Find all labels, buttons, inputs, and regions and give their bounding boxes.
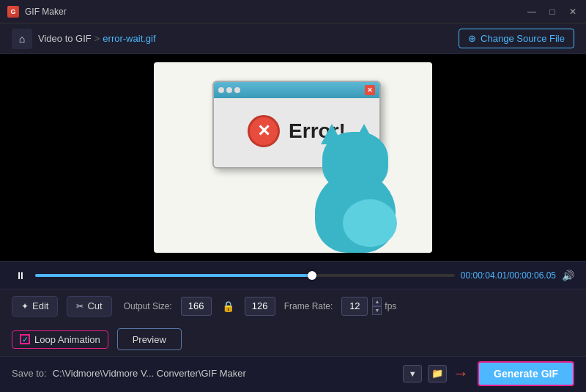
dialog-dots [218,87,240,93]
fps-down-button[interactable]: ▼ [372,306,382,315]
minimize-button[interactable]: — [526,7,538,17]
cat-character [300,136,410,253]
time-display: 00:00:04.01/00:00:06.05 [461,270,556,281]
preview-label: Preview [133,334,166,345]
error-circle-icon: ✕ [248,115,280,147]
folder-icon: 📁 [431,368,443,379]
gif-scene: ✕ ✕ Error! [154,62,432,253]
progress-thumb[interactable] [308,271,316,280]
edit-label: Edit [32,300,48,311]
preview-button[interactable]: Preview [117,328,182,350]
save-to-label: Save to: [12,368,47,379]
total-time: 00:00:06.05 [510,270,556,281]
save-bar: Save to: C:\Vidmore\Vidmore V... Convert… [0,356,586,390]
breadcrumb: Video to GIF > error-wait.gif [38,33,156,44]
edit-icon: ✦ [21,301,29,311]
dialog-title-bar: ✕ [214,82,379,98]
cut-button[interactable]: ✂ Cut [67,296,111,317]
fps-up-button[interactable]: ▲ [372,297,382,306]
fps-input[interactable] [341,297,368,316]
edit-button[interactable]: ✦ Edit [12,296,58,317]
breadcrumb-current: error-wait.gif [103,33,155,44]
app-icon: G [7,6,19,18]
home-button[interactable]: ⌂ [12,29,32,49]
output-size-label: Output Size: [124,301,172,311]
preview-area: ✕ ✕ Error! [0,54,586,261]
cat-belly [343,199,397,247]
frame-rate-label: Frame Rate: [284,301,333,311]
cut-label: Cut [87,300,102,311]
dropdown-icon: ▼ [409,369,417,378]
cut-icon: ✂ [76,301,84,311]
loop-checkbox-indicator: ✓ [20,334,30,344]
maximize-button[interactable]: □ [546,7,558,17]
loop-check-mark: ✓ [22,335,29,344]
breadcrumb-parent[interactable]: Video to GIF [38,33,92,44]
options-bar: ✦ Edit ✂ Cut Output Size: 🔒 Frame Rate: … [0,289,586,322]
home-icon: ⌂ [19,33,25,45]
dialog-dot-1 [218,87,224,93]
change-source-icon: ⊕ [468,33,476,44]
save-path-display: C:\Vidmore\Vidmore V... Converter\GIF Ma… [53,368,397,379]
controls-bar: ⏸ 00:00:04.01/00:00:06.05 🔊 [0,261,586,289]
cat-body [315,172,396,253]
window-controls: — □ ✕ [526,7,579,17]
loop-animation-checkbox[interactable]: ✓ Loop Animation [12,330,108,349]
height-input[interactable] [245,297,275,316]
change-source-button[interactable]: ⊕ Change Source File [459,29,574,48]
width-input[interactable] [181,297,212,316]
close-button[interactable]: ✕ [567,7,579,17]
nav-left: ⌂ Video to GIF > error-wait.gif [12,29,156,49]
fps-control: ▲ ▼ fps [341,297,396,316]
scene-background: ✕ ✕ Error! [154,62,432,253]
loop-animation-label: Loop Animation [34,334,100,345]
dialog-dot-2 [226,87,232,93]
save-dropdown-button[interactable]: ▼ [403,365,422,382]
volume-icon[interactable]: 🔊 [562,270,574,281]
title-bar-left: G GIF Maker [7,6,67,18]
app-title: GIF Maker [25,7,67,17]
generate-gif-button[interactable]: Generate GIF [478,361,574,386]
fps-unit-label: fps [385,301,396,311]
arrow-indicator: → [453,364,469,383]
play-pause-button[interactable]: ⏸ [12,267,29,284]
loop-options-bar: ✓ Loop Animation Preview [0,322,586,356]
play-pause-icon: ⏸ [15,270,26,281]
breadcrumb-separator: > [94,33,100,44]
change-source-label: Change Source File [481,33,565,44]
dialog-close-icon: ✕ [365,85,375,95]
open-folder-button[interactable]: 📁 [428,365,447,382]
lock-icon[interactable]: 🔒 [220,300,236,312]
progress-fill [35,274,312,277]
progress-bar[interactable] [35,274,455,277]
nav-bar: ⌂ Video to GIF > error-wait.gif ⊕ Change… [0,23,586,54]
title-bar: G GIF Maker — □ ✕ [0,0,586,23]
generate-gif-label: Generate GIF [494,368,558,380]
dialog-dot-3 [234,87,240,93]
current-time: 00:00:04.01 [461,270,507,281]
fps-arrows: ▲ ▼ [372,297,382,315]
